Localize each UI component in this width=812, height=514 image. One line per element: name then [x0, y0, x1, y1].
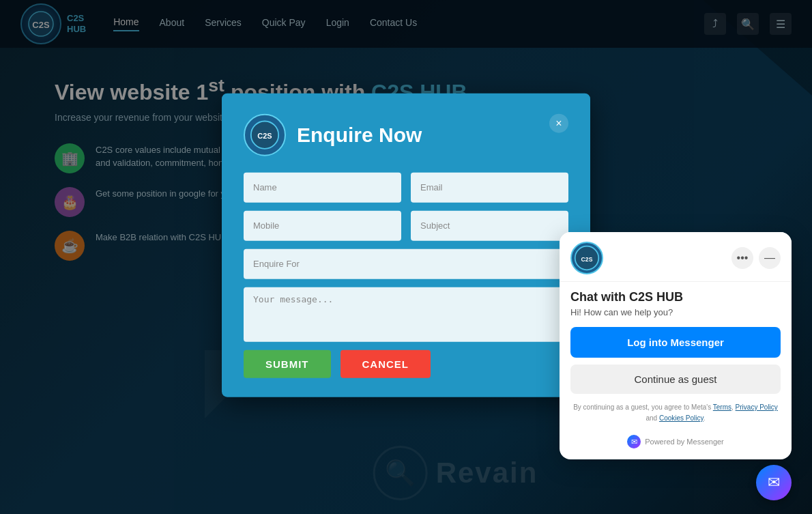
chat-widget: C2S ••• — Chat with C2S HUB Hi! How can … — [560, 232, 792, 459]
mobile-input[interactable] — [244, 210, 401, 240]
chat-header-actions: ••• — — [731, 247, 781, 269]
modal-close-button[interactable]: × — [549, 113, 568, 132]
guest-login-button[interactable]: Continue as guest — [570, 365, 781, 394]
subject-input[interactable] — [411, 210, 568, 240]
email-input[interactable] — [411, 172, 568, 202]
svg-text:C2S: C2S — [257, 132, 272, 140]
chat-minimize-button[interactable]: — — [759, 247, 781, 269]
modal-title: Enquire Now — [297, 123, 549, 146]
modal-logo: C2S — [244, 113, 286, 156]
messenger-icon: ✉ — [627, 435, 641, 448]
chat-legal-text: By continuing as a guest, you agree to M… — [560, 402, 792, 431]
chat-logo: C2S — [570, 242, 603, 274]
powered-by-text: Powered by Messenger — [645, 438, 724, 446]
chat-title: Chat with C2S HUB — [560, 282, 792, 307]
cookies-link[interactable]: Cookies Policy — [659, 414, 704, 422]
svg-text:C2S: C2S — [581, 256, 593, 263]
form-buttons: SUBMIT CANCEL — [244, 349, 568, 377]
chat-header: C2S ••• — — [560, 232, 792, 282]
chat-more-button[interactable]: ••• — [731, 247, 753, 269]
float-chat-button[interactable]: ✉ — [756, 465, 792, 500]
messenger-login-button[interactable]: Log into Messenger — [570, 327, 781, 358]
cancel-button[interactable]: CANCEL — [340, 349, 431, 377]
name-input[interactable] — [244, 172, 401, 202]
modal-header: C2S Enquire Now × — [244, 113, 568, 156]
enquire-modal: C2S Enquire Now × SUBMIT CANCEL — [222, 93, 590, 397]
message-textarea[interactable] — [244, 287, 568, 341]
form-row-enquire-for — [244, 248, 568, 279]
enquire-for-input[interactable] — [244, 248, 568, 279]
form-row-mobile-subject — [244, 210, 568, 240]
terms-link[interactable]: Terms — [713, 403, 731, 411]
submit-button[interactable]: SUBMIT — [244, 349, 331, 377]
chat-footer: ✉ Powered by Messenger — [560, 431, 792, 448]
privacy-link[interactable]: Privacy Policy — [736, 403, 778, 411]
form-row-name-email — [244, 172, 568, 202]
chat-subtitle: Hi! How can we help you? — [560, 307, 792, 327]
